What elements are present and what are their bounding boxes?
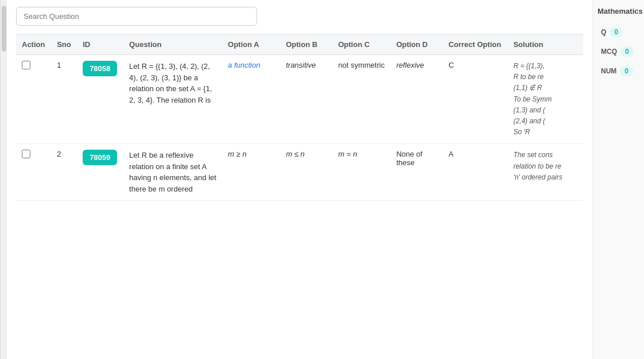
row1-id-badge: 78058: [83, 61, 117, 76]
badge-num-count: 0: [620, 66, 633, 76]
page-wrapper: Action Sno ID Question Option A Option B…: [0, 0, 644, 359]
row2-optd: None of these: [390, 144, 443, 201]
row1-solution: R = {(1,3), R to be re (1,1) ∉ R To be S…: [507, 55, 583, 144]
row2-correct: A: [443, 144, 507, 201]
search-input[interactable]: [16, 7, 257, 26]
col-header-id: ID: [77, 34, 123, 55]
table-header-row: Action Sno ID Question Option A Option B…: [16, 34, 583, 55]
scrollbar-thumb[interactable]: [2, 6, 6, 52]
row2-optc: m = n: [332, 144, 390, 201]
search-bar-wrapper: [16, 7, 583, 26]
badge-q-label: Q: [601, 28, 606, 36]
row1-checkbox[interactable]: [22, 61, 30, 69]
row2-question: Let R be a reflexive relation on a finit…: [123, 144, 222, 201]
row2-id: 78059: [77, 144, 123, 201]
row1-optb: transitive: [280, 55, 332, 144]
badge-mcq-label: MCQ: [601, 48, 617, 56]
col-header-opta: Option A: [222, 34, 280, 55]
sidebar-badge-q: Q 0: [598, 25, 639, 40]
col-header-question: Question: [123, 34, 222, 55]
badge-q-count: 0: [610, 27, 623, 37]
row2-solution-preview: The set cons relation to be re 'n' order…: [513, 150, 577, 183]
row2-opta: m ≥ n: [222, 144, 280, 201]
row2-sno: 2: [51, 144, 77, 201]
row1-action: [16, 55, 51, 144]
col-header-solution: Solution: [507, 34, 583, 55]
row1-question: Let R = {(1, 3), (4, 2), (2, 4), (2, 3),…: [123, 55, 222, 144]
question-table: Action Sno ID Question Option A Option B…: [16, 34, 583, 201]
row2-action: [16, 144, 51, 201]
col-header-optc: Option C: [332, 34, 390, 55]
main-content: Action Sno ID Question Option A Option B…: [7, 0, 592, 359]
sidebar-badge-num: NUM 0: [598, 64, 639, 79]
table-row: 1 78058 Let R = {(1, 3), (4, 2), (2, 4),…: [16, 55, 583, 144]
row2-checkbox[interactable]: [22, 150, 30, 158]
col-header-optd: Option D: [390, 34, 443, 55]
badge-num-label: NUM: [601, 67, 616, 75]
badge-mcq-count: 0: [620, 46, 634, 57]
row2-optb: m ≤ n: [280, 144, 332, 201]
col-header-correct: Correct Option: [443, 34, 507, 55]
table-row: 2 78059 Let R be a reflexive relation on…: [16, 144, 583, 201]
row1-opta: a function: [222, 55, 280, 144]
row1-correct: C: [443, 55, 507, 144]
scrollbar[interactable]: [0, 0, 7, 359]
row2-id-badge: 78059: [83, 150, 117, 165]
row1-opta-text: a function: [228, 61, 260, 69]
row2-solution: The set cons relation to be re 'n' order…: [507, 144, 583, 201]
col-header-action: Action: [16, 34, 51, 55]
sidebar-badge-mcq: MCQ 0: [598, 44, 639, 59]
right-sidebar: Mathematics Q 0 MCQ 0 NUM 0: [592, 0, 644, 359]
col-header-optb: Option B: [280, 34, 332, 55]
row1-optc: not symmetric: [332, 55, 390, 144]
row1-id: 78058: [77, 55, 123, 144]
row1-solution-preview: R = {(1,3), R to be re (1,1) ∉ R To be S…: [513, 61, 577, 138]
row1-optd: reflexive: [390, 55, 443, 144]
sidebar-title: Mathematics: [598, 7, 639, 15]
col-header-sno: Sno: [51, 34, 77, 55]
row1-sno: 1: [51, 55, 77, 144]
